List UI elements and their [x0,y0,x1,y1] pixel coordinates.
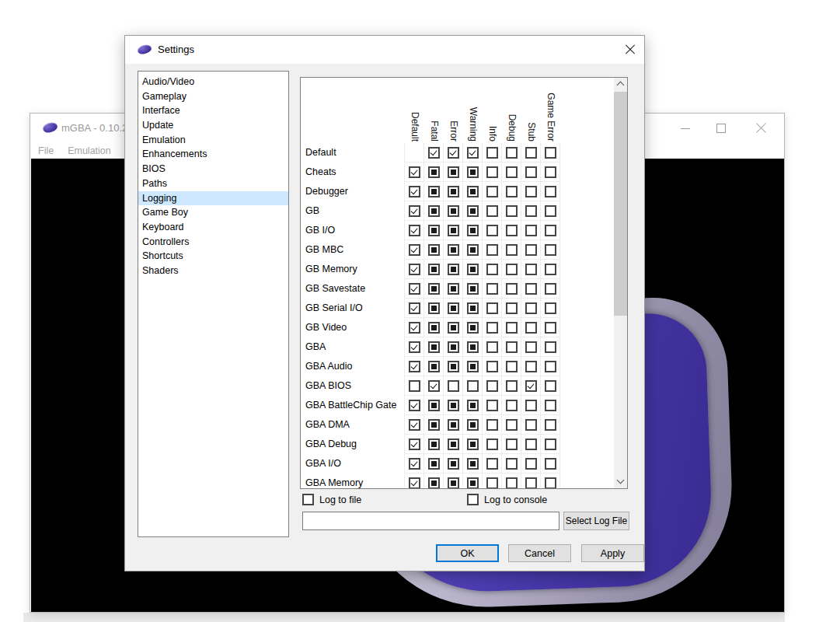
checkbox-partial[interactable] [428,341,440,353]
log-cell-debugger-error[interactable] [444,182,463,201]
checkbox-partial[interactable] [448,477,459,489]
log-cell-gba-bios-stub[interactable] [521,376,541,396]
checkbox-partial[interactable] [467,439,479,450]
log-cell-gb-video-stub[interactable] [521,318,541,337]
scroll-up-button[interactable] [614,78,627,91]
log-cell-default-game-error[interactable] [541,143,560,162]
log-cell-gb-mbc-default[interactable] [405,240,424,260]
checkbox-checked[interactable] [409,458,420,470]
checkbox-unchecked[interactable] [525,225,537,236]
checkbox-unchecked[interactable] [486,380,498,392]
checkbox-unchecked[interactable] [506,322,518,334]
checkbox-partial[interactable] [448,166,459,178]
checkbox-partial[interactable] [448,361,459,372]
checkbox-checked[interactable] [409,419,420,431]
checkbox-unchecked[interactable] [486,419,498,431]
checkbox-unchecked[interactable] [506,419,518,431]
log-cell-gba-memory-warning[interactable] [463,473,483,488]
log-cell-gba-debug[interactable] [502,337,521,357]
checkbox-partial[interactable] [448,205,459,217]
checkbox-checked[interactable] [409,186,420,197]
checkbox-unchecked[interactable] [525,477,537,489]
checkbox-unchecked[interactable] [545,186,556,197]
log-cell-gb-debug[interactable] [502,201,521,221]
checkbox-checked[interactable] [428,147,440,159]
checkbox-unchecked[interactable] [467,380,479,392]
checkbox-unchecked[interactable] [525,458,537,470]
scrollbar-thumb[interactable] [614,92,627,316]
log-cell-gba-memory-game-error[interactable] [541,473,560,488]
checkbox-unchecked[interactable] [506,225,518,236]
menu-emulation[interactable]: Emulation [68,145,111,156]
checkbox-partial[interactable] [428,302,440,314]
log-cell-gb-serial-i-o-info[interactable] [483,299,502,318]
log-cell-gb-savestate-info[interactable] [483,279,502,299]
log-cell-gba-bios-fatal[interactable] [424,376,444,396]
log-cell-gba-bios-debug[interactable] [502,376,521,396]
log-cell-cheats-warning[interactable] [463,162,483,182]
checkbox-unchecked[interactable] [525,361,537,372]
log-cell-gba-memory-fatal[interactable] [424,473,444,488]
log-cell-gb-serial-i-o-stub[interactable] [521,299,541,318]
sidebar-item-audio-video[interactable]: Audio/Video [138,75,288,89]
log-cell-gb-serial-i-o-debug[interactable] [502,299,521,318]
checkbox-unchecked[interactable] [486,439,498,450]
log-file-input[interactable] [302,512,559,530]
checkbox-checked[interactable] [525,380,537,392]
checkbox-unchecked[interactable] [486,147,498,159]
log-cell-gba-dma-default[interactable] [405,415,424,435]
checkbox-checked[interactable] [409,322,420,334]
log-cell-gba-battlechip-gate-fatal[interactable] [424,396,444,415]
log-cell-gb-warning[interactable] [463,201,483,221]
log-cell-gb-mbc-game-error[interactable] [541,240,560,260]
log-cell-gba-audio-fatal[interactable] [424,357,444,376]
log-cell-cheats-debug[interactable] [502,162,521,182]
checkbox-checked[interactable] [409,361,420,372]
checkbox-partial[interactable] [467,341,479,353]
checkbox-unchecked[interactable] [448,380,459,392]
log-cell-gba-dma-warning[interactable] [463,415,483,435]
log-cell-gb-i-o-info[interactable] [483,221,502,240]
log-cell-gb-savestate-debug[interactable] [502,279,521,299]
log-cell-gba-bios-warning[interactable] [463,376,483,396]
log-cell-gba-bios-game-error[interactable] [541,376,560,396]
log-to-console-checkbox[interactable] [467,494,479,505]
sidebar-item-bios[interactable]: BIOS [138,162,288,176]
checkbox-checked[interactable] [409,439,420,450]
checkbox-unchecked[interactable] [506,264,518,275]
log-cell-gba-memory-debug[interactable] [502,473,521,488]
checkbox-checked[interactable] [409,166,420,178]
log-cell-gba-stub[interactable] [521,337,541,357]
checkbox-unchecked[interactable] [525,341,537,353]
log-cell-debugger-debug[interactable] [502,182,521,201]
checkbox-unchecked[interactable] [545,205,556,217]
sidebar-item-logging[interactable]: Logging [138,191,288,206]
checkbox-partial[interactable] [467,458,479,470]
log-cell-gba-audio-default[interactable] [405,357,424,376]
checkbox-partial[interactable] [467,225,479,236]
checkbox-unchecked[interactable] [506,283,518,295]
log-cell-gb-memory-debug[interactable] [502,260,521,279]
checkbox-unchecked[interactable] [545,225,556,236]
checkbox-partial[interactable] [448,302,459,314]
log-cell-default-info[interactable] [483,143,502,162]
log-cell-gba-i-o-info[interactable] [483,454,502,473]
log-cell-cheats-default[interactable] [405,162,424,182]
close-button[interactable] [739,114,775,143]
log-cell-gba-info[interactable] [483,337,502,357]
settings-titlebar[interactable]: Settings [125,36,644,64]
checkbox-checked[interactable] [409,302,420,314]
log-cell-gba-audio-info[interactable] [483,357,502,376]
log-cell-gba-game-error[interactable] [541,337,560,357]
log-cell-gba-i-o-stub[interactable] [521,454,541,473]
checkbox-unchecked[interactable] [506,477,518,489]
log-cell-gb-mbc-error[interactable] [444,240,463,260]
checkbox-partial[interactable] [428,458,440,470]
apply-button[interactable]: Apply [581,544,644,562]
checkbox-partial[interactable] [428,166,440,178]
checkbox-partial[interactable] [467,283,479,295]
log-cell-gba-debug-warning[interactable] [463,435,483,454]
log-cell-gb-mbc-info[interactable] [483,240,502,260]
sidebar-item-paths[interactable]: Paths [138,176,288,191]
checkbox-unchecked[interactable] [486,244,498,256]
